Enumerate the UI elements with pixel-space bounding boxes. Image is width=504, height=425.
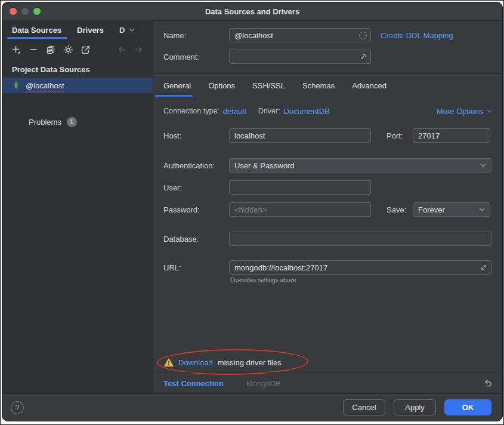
forward-icon[interactable] bbox=[132, 44, 144, 56]
comment-input[interactable] bbox=[229, 50, 371, 64]
chevron-down-icon bbox=[128, 26, 135, 33]
url-row: URL: bbox=[154, 260, 502, 275]
connection-info-row: Connection type: default Driver: Documen… bbox=[154, 105, 502, 117]
help-icon[interactable]: ? bbox=[11, 401, 24, 414]
authentication-label: Authentication: bbox=[163, 161, 229, 170]
database-row: Database: bbox=[154, 231, 502, 247]
url-label: URL: bbox=[163, 263, 229, 272]
datasource-label: @localhost bbox=[26, 81, 64, 90]
tab-general[interactable]: General bbox=[163, 74, 191, 97]
authentication-select[interactable]: User & Password bbox=[229, 158, 491, 173]
footer-buttons: Cancel Apply OK bbox=[343, 399, 491, 415]
datasource-list-item[interactable]: @localhost bbox=[2, 78, 153, 93]
back-icon[interactable] bbox=[116, 44, 128, 56]
dialog-window: Data Sources and Drivers Data Sources Dr… bbox=[2, 2, 503, 421]
warning-icon bbox=[164, 358, 174, 367]
sidebar: Data Sources Drivers D bbox=[2, 21, 153, 393]
settings-icon[interactable] bbox=[62, 44, 74, 56]
tab-schemas[interactable]: Schemas bbox=[302, 74, 335, 97]
name-input[interactable] bbox=[229, 28, 371, 42]
tab-drivers-label: Drivers bbox=[77, 26, 104, 35]
driver-warning-row: Download missing driver files bbox=[154, 355, 502, 369]
save-label: Save: bbox=[386, 205, 413, 214]
duplicate-icon[interactable] bbox=[45, 44, 57, 56]
project-data-sources-header: Project Data Sources bbox=[12, 65, 90, 74]
remove-icon[interactable] bbox=[27, 44, 39, 56]
cancel-button[interactable]: Cancel bbox=[343, 399, 385, 415]
create-ddl-mapping-link[interactable]: Create DDL Mapping bbox=[381, 31, 453, 40]
save-select[interactable]: Forever bbox=[413, 202, 490, 217]
comment-row: Comment: bbox=[154, 50, 502, 64]
download-message: missing driver files bbox=[218, 358, 282, 367]
tab-drivers[interactable]: Drivers bbox=[77, 21, 104, 39]
test-connection-bar: Test Connection MongoDB bbox=[154, 372, 502, 395]
apply-button[interactable]: Apply bbox=[394, 399, 436, 415]
tab-advanced[interactable]: Advanced bbox=[352, 74, 386, 97]
add-icon[interactable] bbox=[10, 44, 22, 56]
url-input[interactable] bbox=[229, 260, 491, 275]
host-label: Host: bbox=[163, 131, 229, 140]
main-panel: Name: Create DDL Mapping Comment: bbox=[154, 21, 502, 393]
database-input[interactable] bbox=[229, 232, 491, 246]
test-connection-link[interactable]: Test Connection bbox=[163, 379, 224, 388]
authentication-value: User & Password bbox=[234, 161, 294, 170]
name-row: Name: Create DDL Mapping bbox=[154, 28, 502, 42]
driver-label: Driver: bbox=[258, 107, 280, 115]
export-icon[interactable] bbox=[79, 44, 91, 56]
expand-icon[interactable] bbox=[360, 53, 367, 60]
chevron-down-icon bbox=[486, 108, 493, 115]
host-row: Host: Port: bbox=[154, 128, 502, 143]
user-input[interactable] bbox=[229, 180, 371, 195]
download-link[interactable]: Download bbox=[178, 358, 213, 367]
sidebar-toolbar bbox=[2, 41, 153, 58]
screenshot-frame: Data Sources and Drivers Data Sources Dr… bbox=[0, 0, 504, 425]
driver-name: MongoDB bbox=[246, 379, 281, 388]
user-row: User: bbox=[154, 180, 502, 195]
dialog-body: Data Sources Drivers D bbox=[2, 21, 502, 393]
main-tabstrip: General Options SSH/SSL Schemas Advanced bbox=[154, 74, 502, 97]
window-title: Data Sources and Drivers bbox=[2, 7, 502, 16]
problems-item[interactable]: Problems 1 bbox=[2, 114, 153, 130]
name-label: Name: bbox=[163, 31, 229, 40]
expand-icon[interactable] bbox=[480, 264, 487, 271]
connection-type-value[interactable]: default bbox=[223, 107, 246, 116]
tab-overflow-label: D bbox=[119, 26, 125, 35]
sidebar-divider bbox=[7, 103, 153, 103]
authentication-row: Authentication: User & Password bbox=[154, 158, 502, 173]
revert-icon[interactable] bbox=[483, 378, 493, 389]
driver-value-link[interactable]: DocumentDB bbox=[284, 107, 330, 116]
sidebar-tabstrip: Data Sources Drivers D bbox=[2, 21, 153, 39]
database-label: Database: bbox=[163, 235, 229, 244]
problems-count-badge: 1 bbox=[67, 117, 77, 127]
mongodb-leaf-icon bbox=[12, 81, 20, 90]
password-label: Password: bbox=[163, 205, 229, 214]
port-input[interactable] bbox=[413, 128, 490, 143]
user-label: User: bbox=[163, 183, 229, 192]
tab-data-sources-label: Data Sources bbox=[12, 26, 61, 35]
ok-button[interactable]: OK bbox=[444, 399, 491, 415]
password-row: Password: Save: Forever bbox=[154, 202, 502, 217]
problems-label: Problems bbox=[29, 118, 61, 127]
more-options-link[interactable]: More Options bbox=[437, 107, 493, 116]
url-hint: Overrides settings above bbox=[230, 277, 296, 284]
tab-overflow[interactable]: D bbox=[119, 21, 135, 39]
tab-ssh-ssl[interactable]: SSH/SSL bbox=[252, 74, 285, 97]
host-input[interactable] bbox=[229, 128, 371, 143]
password-input[interactable] bbox=[229, 202, 371, 217]
port-label: Port: bbox=[386, 131, 413, 140]
titlebar: Data Sources and Drivers bbox=[2, 2, 502, 21]
more-options-label: More Options bbox=[437, 107, 483, 116]
comment-label: Comment: bbox=[163, 53, 229, 61]
chevron-down-icon bbox=[480, 162, 487, 169]
history-nav bbox=[116, 44, 153, 56]
footer-bar: ? Cancel Apply OK bbox=[2, 393, 502, 421]
tab-options[interactable]: Options bbox=[208, 74, 235, 97]
save-value: Forever bbox=[418, 205, 445, 214]
connection-type-label: Connection type: bbox=[163, 107, 219, 115]
tab-data-sources[interactable]: Data Sources bbox=[12, 21, 61, 39]
chevron-down-icon bbox=[478, 206, 486, 213]
color-indicator-icon[interactable] bbox=[359, 32, 367, 39]
